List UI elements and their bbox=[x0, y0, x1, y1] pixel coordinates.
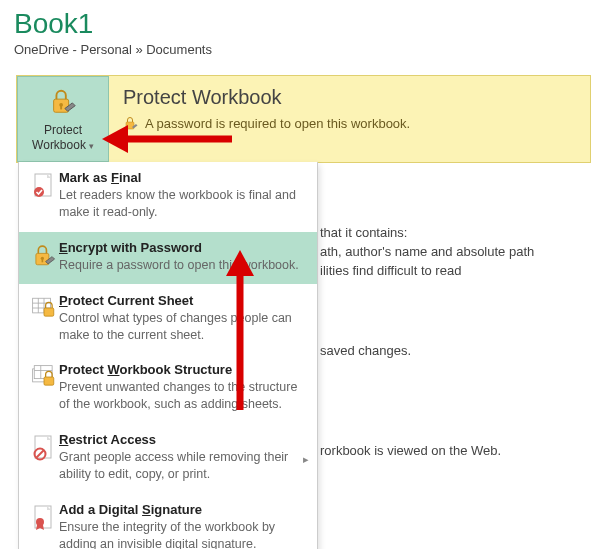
document-check-icon bbox=[29, 170, 59, 221]
protect-workbook-button[interactable]: Protect Workbook▾ bbox=[17, 76, 109, 162]
menu-restrict-access[interactable]: Restrict Access Grant people access whil… bbox=[19, 424, 317, 494]
menu-protect-current-sheet[interactable]: Protect Current Sheet Control what types… bbox=[19, 285, 317, 355]
background-text: that it contains: ath, author's name and… bbox=[320, 224, 534, 281]
lock-key-icon bbox=[48, 86, 78, 119]
svg-marker-26 bbox=[102, 125, 128, 153]
sheet-lock-icon bbox=[29, 293, 59, 344]
svg-rect-8 bbox=[42, 259, 44, 262]
background-text: rorkbook is viewed on the Web. bbox=[320, 442, 501, 461]
menu-add-digital-signature[interactable]: Add a Digital Signature Ensure the integ… bbox=[19, 494, 317, 549]
chevron-right-icon: ▸ bbox=[303, 452, 309, 465]
annotation-arrow-icon bbox=[102, 122, 232, 156]
menu-protect-workbook-structure[interactable]: Protect Workbook Structure Prevent unwan… bbox=[19, 354, 317, 424]
svg-rect-2 bbox=[60, 106, 62, 110]
banner-title: Protect Workbook bbox=[123, 86, 410, 109]
workbook-title: Book1 bbox=[14, 8, 593, 40]
protect-button-line2: Workbook bbox=[32, 138, 86, 152]
lock-key-icon bbox=[29, 240, 59, 274]
svg-point-24 bbox=[36, 518, 44, 526]
svg-marker-28 bbox=[226, 250, 254, 276]
svg-rect-19 bbox=[44, 377, 54, 385]
svg-rect-14 bbox=[44, 308, 54, 316]
dropdown-caret-icon: ▾ bbox=[89, 141, 94, 151]
document-restrict-icon bbox=[29, 432, 59, 483]
annotation-arrow-icon bbox=[222, 250, 258, 410]
breadcrumb: OneDrive - Personal » Documents bbox=[14, 42, 593, 57]
svg-point-5 bbox=[34, 187, 44, 197]
workbook-lock-icon bbox=[29, 362, 59, 413]
document-ribbon-icon bbox=[29, 502, 59, 549]
menu-encrypt-with-password[interactable]: Encrypt with Password Require a password… bbox=[19, 232, 317, 285]
protect-button-line1: Protect bbox=[44, 123, 82, 137]
protect-workbook-menu: Mark as Final Let readers know the workb… bbox=[18, 162, 318, 549]
menu-mark-as-final[interactable]: Mark as Final Let readers know the workb… bbox=[19, 162, 317, 232]
background-text: saved changes. bbox=[320, 342, 411, 361]
